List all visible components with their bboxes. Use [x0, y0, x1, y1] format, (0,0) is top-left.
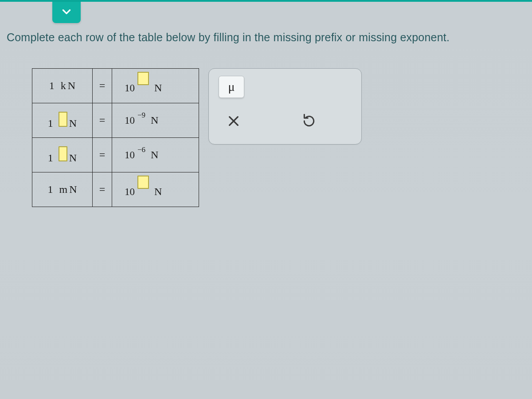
- clear-button[interactable]: [225, 113, 243, 131]
- left-number: 1: [48, 117, 53, 129]
- mu-button[interactable]: μ: [219, 76, 244, 98]
- table-row: 1 m N = 10 N: [32, 172, 199, 207]
- symbol-palette: μ: [208, 68, 362, 145]
- base-ten: 10: [125, 82, 135, 94]
- close-icon: [227, 114, 241, 130]
- left-unit: N: [69, 117, 77, 129]
- left-unit: N: [69, 184, 77, 196]
- chevron-down-icon: [61, 6, 72, 19]
- question-page: Complete each row of the table below by …: [0, 0, 532, 399]
- left-number: 1: [49, 80, 55, 92]
- right-unit: N: [154, 186, 162, 198]
- instruction-text: Complete each row of the table below by …: [7, 31, 450, 44]
- table-row: 1 N = 10 −9 N: [32, 103, 199, 138]
- exponent-input[interactable]: [137, 176, 149, 189]
- left-unit: N: [69, 152, 77, 164]
- equals-sign: =: [99, 149, 106, 160]
- reset-icon: [302, 114, 316, 130]
- left-unit: N: [68, 80, 75, 92]
- expand-tab[interactable]: [52, 2, 81, 23]
- right-unit: N: [151, 114, 158, 126]
- equals-sign: =: [99, 80, 106, 91]
- base-ten: 10: [125, 115, 135, 126]
- reset-button[interactable]: [300, 113, 318, 131]
- equals-sign: =: [99, 114, 106, 126]
- table-row: 1 k N = 10 N: [32, 69, 199, 103]
- right-unit: N: [151, 149, 158, 161]
- prefix-input[interactable]: [59, 112, 67, 127]
- left-number: 1: [48, 152, 53, 164]
- left-number: 1: [47, 184, 53, 196]
- left-prefix: k: [61, 80, 66, 92]
- exponent-input[interactable]: [137, 72, 149, 85]
- exponent-text: −9: [137, 111, 145, 120]
- table-row: 1 N = 10 −6 N: [32, 138, 199, 172]
- equals-sign: =: [99, 184, 106, 195]
- left-prefix: m: [59, 184, 67, 196]
- base-ten: 10: [125, 149, 135, 161]
- prefix-table: 1 k N = 10 N 1: [32, 68, 199, 207]
- base-ten: 10: [125, 186, 135, 198]
- prefix-input[interactable]: [59, 146, 67, 161]
- right-unit: N: [154, 82, 162, 94]
- exponent-text: −6: [137, 145, 145, 154]
- mu-icon: μ: [228, 80, 235, 94]
